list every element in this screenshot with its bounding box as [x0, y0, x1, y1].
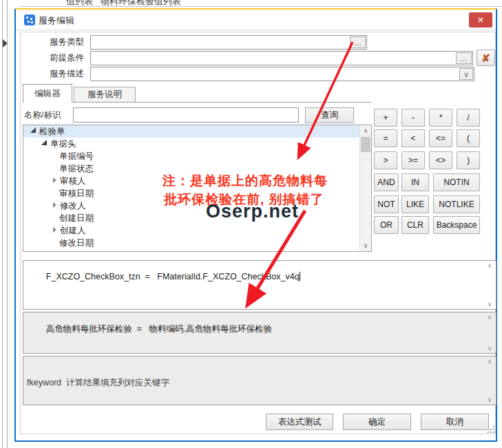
tree-scrollbar[interactable]: ∧ ∨ [359, 125, 371, 251]
watermark-text: Oserp.net [206, 201, 299, 222]
name-id-input[interactable] [73, 107, 299, 122]
scroll-up-icon[interactable]: ∧ [485, 314, 494, 321]
formula-display-text: 高危物料每批环保检验 = 物料编码.高危物料每批环保检验 [46, 324, 272, 334]
resize-grip[interactable] [488, 426, 494, 433]
title-bar: 服务编辑 ✕ [16, 10, 496, 30]
service-edit-dialog: 服务编辑 ✕ 服务类型 计算定义公式的值并填写到指定列 … 前提条件 … ✘ 服… [14, 8, 497, 442]
expanded-icon[interactable] [30, 127, 36, 133]
scroll-down-icon[interactable]: ∨ [360, 240, 371, 251]
name-id-label: 名称/标识 [24, 107, 61, 122]
precondition-label: 前提条件 [34, 51, 84, 65]
tree-item-label: 创建日期 [59, 213, 94, 223]
tab-editor[interactable]: 编辑器 [23, 84, 72, 103]
screen: 值列表 物料环保检验值列表 服务编辑 ✕ 服务类型 计算定义公式的值并填写到指定… [0, 0, 502, 448]
calc-neq-button[interactable]: <> [429, 151, 452, 169]
collapsed-icon[interactable] [53, 227, 56, 233]
scroll-up-icon[interactable]: ∧ [360, 125, 371, 136]
calc-notin-button[interactable]: NOTIN [433, 173, 480, 191]
ok-button[interactable]: 确定 [343, 414, 411, 430]
annotation-line1: 注：是单据上的高危物料每 [163, 172, 328, 190]
calc-rparen-button[interactable]: ) [457, 151, 480, 169]
calc-eq-button[interactable]: = [374, 129, 397, 147]
query-button[interactable]: 查询 [305, 107, 354, 123]
service-type-label: 服务类型 [34, 35, 84, 50]
scroll-down-icon[interactable]: ∨ [485, 301, 494, 308]
expression-test-button[interactable]: 表达式测试 [266, 414, 333, 430]
calc-not-button[interactable]: NOT [374, 195, 399, 213]
calc-gte-button[interactable]: >= [401, 151, 425, 169]
calc-gt-button[interactable]: > [374, 151, 397, 169]
tree-item-label: 审核日期 [59, 189, 94, 198]
calc-and-button[interactable]: AND [374, 173, 399, 191]
scroll-down-icon[interactable]: ∨ [485, 345, 494, 352]
background-clipped-row: 值列表 物料环保检验值列表 [66, 0, 355, 6]
calc-lparen-button[interactable]: ( [457, 129, 480, 147]
calc-notlike-button[interactable]: NOTLIKE [433, 195, 480, 213]
dialog-title: 服务编辑 [39, 14, 74, 27]
tree-item-label: 单据头 [50, 139, 76, 149]
service-type-ellipsis-button[interactable]: … [350, 36, 366, 48]
calc-div-button[interactable]: / [457, 109, 480, 127]
background-row-divider [19, 6, 502, 7]
tree-row[interactable]: 单据编号 [23, 150, 371, 162]
tree-row[interactable]: 创建日期 [23, 212, 371, 224]
service-type-field[interactable]: 计算定义公式的值并填写到指定列 … [90, 35, 367, 50]
tree-row[interactable]: 检验单 [23, 125, 371, 138]
formula-editor-text: F_XCZO_CheckBox_tzn = FMaterialId.F_XCZO… [46, 272, 300, 281]
calc-lte-button[interactable]: <= [429, 129, 452, 147]
expanded-icon[interactable] [41, 140, 47, 145]
collapsed-icon[interactable] [53, 202, 56, 208]
service-desc-label: 服务描述 [34, 67, 84, 81]
app-icon [24, 14, 35, 25]
calc-in-button[interactable]: IN [401, 173, 429, 191]
tab-service-description[interactable]: 服务说明 [74, 87, 136, 102]
tree-row[interactable]: 创建人 [23, 224, 371, 237]
background-window-border [2, 0, 3, 448]
tree-item-label: 单据状态 [59, 164, 94, 173]
tree-item-label: 修改日期 [59, 238, 94, 248]
calc-mult-button[interactable]: * [429, 109, 452, 127]
background-column-divider [78, 0, 79, 6]
scrollbar-thumb[interactable] [361, 137, 370, 152]
tree-item-label: 单据编号 [59, 151, 94, 161]
tree-row[interactable]: 单据头 [23, 138, 371, 150]
background-window-border [7, 0, 8, 448]
tab-strip-border [23, 102, 371, 103]
scroll-up-icon[interactable]: ∧ [485, 262, 494, 269]
calc-minus-button[interactable]: - [401, 109, 425, 127]
calc-backspace-button[interactable]: Backspace [433, 216, 480, 234]
service-desc-dropdown-icon[interactable]: ∨ [459, 68, 473, 80]
clear-condition-button[interactable]: ✘ [477, 50, 495, 66]
dialog-body-panel: 服务类型 计算定义公式的值并填写到指定列 … 前提条件 … ✘ 服务描述 高危物… [20, 32, 496, 434]
close-button[interactable]: ✕ [469, 12, 492, 28]
precondition-field[interactable]: … [90, 51, 473, 65]
calc-clr-button[interactable]: CLR [401, 216, 429, 234]
tree-item-label: 审核人 [60, 176, 86, 186]
help-textarea[interactable]: fkeyword 计算结果填充列对应关键字 计算公式 为数值型字段对应关键字和"… [23, 356, 496, 405]
tree-row[interactable]: 修改日期 [23, 237, 371, 249]
formula-display-textarea[interactable]: 高危物料每批环保检验 = 物料编码.高危物料每批环保检验 ∧ ∨ [23, 312, 496, 354]
text-caret [300, 272, 300, 281]
formula-editor-textarea[interactable]: F_XCZO_CheckBox_tzn = FMaterialId.F_XCZO… [23, 260, 496, 310]
collapsed-icon[interactable] [53, 178, 56, 183]
scroll-down-icon[interactable]: ∨ [485, 396, 494, 403]
precondition-ellipsis-button[interactable]: … [456, 52, 472, 64]
service-desc-field[interactable]: 高危物料每批环保检验 = 物料编码.高危物料每批环保检验 ∨ [90, 67, 474, 81]
calc-like-button[interactable]: LIKE [401, 195, 429, 213]
scroll-up-icon[interactable]: ∧ [485, 358, 494, 365]
panel-collapse-handle-icon[interactable] [3, 39, 8, 47]
calc-or-button[interactable]: OR [374, 216, 399, 234]
calc-plus-button[interactable]: + [374, 109, 397, 127]
cancel-button[interactable]: 取消 [421, 414, 489, 430]
calc-lt-button[interactable]: < [401, 129, 425, 147]
tree-item-label: 创建人 [60, 226, 86, 235]
tree-item-label: 修改人 [60, 201, 86, 211]
tree-item-label: 检验单 [39, 127, 65, 136]
help-line: fkeyword 计算结果填充列对应关键字 [27, 377, 492, 388]
